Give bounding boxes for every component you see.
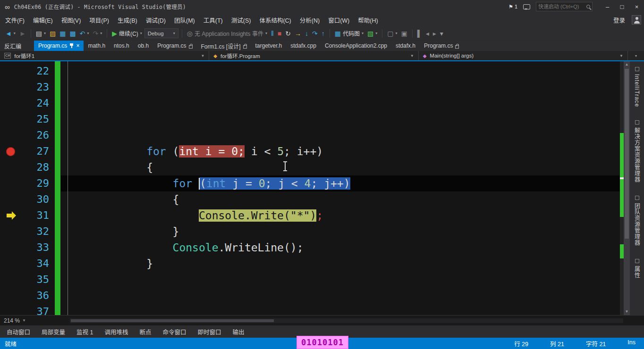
code-editor[interactable]: 222324252627 for (int i = 0; i < 5; i++)… xyxy=(0,61,620,315)
code-text[interactable] xyxy=(61,304,620,315)
document-tab[interactable]: 反汇编 xyxy=(0,41,25,51)
horizontal-scrollbar[interactable] xyxy=(70,318,623,323)
breakpoint-margin[interactable] xyxy=(0,256,20,272)
breakpoint-margin[interactable] xyxy=(0,240,20,256)
step-over-button[interactable]: ↷ xyxy=(311,29,319,38)
account-icon[interactable] xyxy=(632,15,641,25)
breakpoint-margin[interactable] xyxy=(0,288,20,304)
code-lens-button[interactable]: ▧▾ xyxy=(366,29,379,38)
side-panel-tab[interactable]: 团队资源管理器 xyxy=(633,196,641,246)
breakpoint-margin[interactable] xyxy=(0,224,20,240)
code-text[interactable] xyxy=(61,127,620,143)
stop-button[interactable]: ■ xyxy=(276,29,283,38)
menu-item[interactable]: 调试(D) xyxy=(142,14,170,26)
previous-bookmark-button[interactable]: ◂ xyxy=(424,29,431,38)
code-line-29[interactable]: 29 for (int j = 0; j < 4; j++) xyxy=(0,175,620,191)
code-line-30[interactable]: 30 { xyxy=(0,191,620,208)
code-line-28[interactable]: 28 { xyxy=(0,159,620,175)
breakpoint-margin[interactable] xyxy=(0,175,20,191)
code-line-24[interactable]: 24 xyxy=(0,95,620,111)
toolbar-options-button[interactable]: ▾ xyxy=(439,29,445,38)
breakpoint-margin[interactable] xyxy=(0,304,20,315)
undo-button[interactable]: ↶▾ xyxy=(78,29,91,38)
find-in-files-button[interactable]: ▢▾ xyxy=(386,29,398,38)
menu-item[interactable]: 生成(B) xyxy=(113,14,142,26)
code-text[interactable]: { xyxy=(61,191,620,208)
document-tab[interactable]: ntos.h xyxy=(110,41,134,51)
menu-item[interactable]: 测试(S) xyxy=(227,14,255,26)
code-text[interactable] xyxy=(61,288,620,304)
member-dropdown[interactable]: ◆ Main(string[] args) ▼ xyxy=(419,51,628,60)
type-dropdown[interactable]: ◆ for循环.Program ▼ xyxy=(209,51,418,60)
menu-item[interactable]: 工具(T) xyxy=(199,14,227,26)
feedback-icon[interactable] xyxy=(523,4,530,9)
next-bookmark-button[interactable]: ▸ xyxy=(432,29,438,38)
code-line-34[interactable]: 34 } xyxy=(0,256,620,272)
vertical-scrollbar[interactable]: ▲ ▼ xyxy=(624,61,630,315)
save-button[interactable]: ▦ xyxy=(58,29,67,38)
scroll-up-arrow-icon[interactable]: ▲ xyxy=(624,61,630,68)
menu-item[interactable]: 体系结构(C) xyxy=(255,14,295,26)
dropdown-arrow-icon[interactable]: ▾ xyxy=(265,31,267,35)
document-tab[interactable]: Program.cs× xyxy=(34,41,84,51)
code-text[interactable]: } xyxy=(61,256,620,272)
dropdown-arrow-icon[interactable]: ▾ xyxy=(140,31,142,35)
pin-icon[interactable] xyxy=(69,43,74,49)
breakpoint-margin[interactable] xyxy=(0,127,20,143)
document-tab[interactable]: Program.cs xyxy=(153,41,196,51)
sign-in-link[interactable]: 登录 xyxy=(613,16,625,25)
navigate-to-button[interactable]: ▣ xyxy=(399,29,408,38)
code-line-35[interactable]: 35 xyxy=(0,272,620,288)
breakpoint-margin[interactable] xyxy=(0,79,20,95)
quick-launch-search[interactable] xyxy=(536,2,593,11)
code-text[interactable]: for (int j = 0; j < 4; j++) xyxy=(61,175,620,191)
code-text[interactable]: { xyxy=(61,159,620,175)
project-dropdown[interactable]: C# for循环1 ▼ xyxy=(0,51,209,60)
side-panel-tab[interactable]: 属性 xyxy=(633,259,641,278)
dropdown-arrow-icon[interactable]: ▾ xyxy=(44,31,46,35)
application-insights-button[interactable]: ◎无 Application Insights 事件▾ xyxy=(186,28,269,38)
side-panel-tab[interactable]: IntelliTrace xyxy=(634,67,640,107)
code-line-23[interactable]: 23 xyxy=(0,79,620,95)
console-output-window[interactable]: 01010101 xyxy=(297,336,348,349)
dropdown-arrow-icon[interactable]: ▾ xyxy=(173,31,175,35)
navbar-options-button[interactable]: ▾ xyxy=(628,51,644,60)
breakpoint-margin[interactable] xyxy=(0,159,20,175)
side-panel-tab[interactable]: 解决方案资源管理器 xyxy=(633,120,641,183)
navigate-forward-button[interactable]: ► xyxy=(18,29,27,38)
continue-button[interactable]: ▶继续(C)▾ xyxy=(110,28,143,38)
document-tab[interactable]: Program.cs xyxy=(420,41,463,51)
open-file-button[interactable]: ▨ xyxy=(48,29,57,38)
step-into-button[interactable]: ↓ xyxy=(304,29,310,38)
document-tab[interactable]: stdafx.cpp xyxy=(286,41,321,51)
code-text[interactable] xyxy=(61,79,620,95)
document-tab[interactable]: stdafx.h xyxy=(391,41,420,51)
breakpoint-margin[interactable] xyxy=(0,191,20,208)
code-text[interactable]: } xyxy=(61,224,620,240)
bookmark-button[interactable]: ▌ xyxy=(416,29,424,38)
document-tab[interactable]: ob.h xyxy=(134,41,153,51)
code-line-32[interactable]: 32 } xyxy=(0,224,620,240)
panel-tab[interactable]: 命令窗口 xyxy=(158,325,191,338)
close-tab-icon[interactable]: × xyxy=(76,42,79,49)
save-all-button[interactable]: ▩ xyxy=(68,29,77,38)
menu-item[interactable]: 窗口(W) xyxy=(324,14,354,26)
code-line-25[interactable]: 25 xyxy=(0,111,620,127)
show-next-statement-button[interactable]: → xyxy=(293,29,303,38)
breakpoint-icon[interactable] xyxy=(6,147,15,156)
minimize-button[interactable]: – xyxy=(600,0,615,13)
code-text[interactable] xyxy=(61,95,620,111)
code-text[interactable] xyxy=(61,63,620,79)
code-map-button[interactable]: ▦代码图▾ xyxy=(333,28,365,38)
scroll-down-arrow-icon[interactable]: ▼ xyxy=(624,308,630,315)
code-line-26[interactable]: 26 xyxy=(0,127,620,143)
menu-item[interactable]: 帮助(H) xyxy=(354,14,382,26)
restart-button[interactable]: ↻ xyxy=(284,29,292,38)
dropdown-arrow-icon[interactable]: ▾ xyxy=(87,31,89,35)
breakpoint-margin[interactable] xyxy=(0,111,20,127)
menu-item[interactable]: 文件(F) xyxy=(1,14,29,26)
breakpoint-margin[interactable] xyxy=(0,272,20,288)
navigate-back-button[interactable]: ◄▾ xyxy=(4,29,17,38)
step-out-button[interactable]: ↑ xyxy=(320,29,326,38)
dropdown-arrow-icon[interactable]: ▾ xyxy=(375,31,377,35)
